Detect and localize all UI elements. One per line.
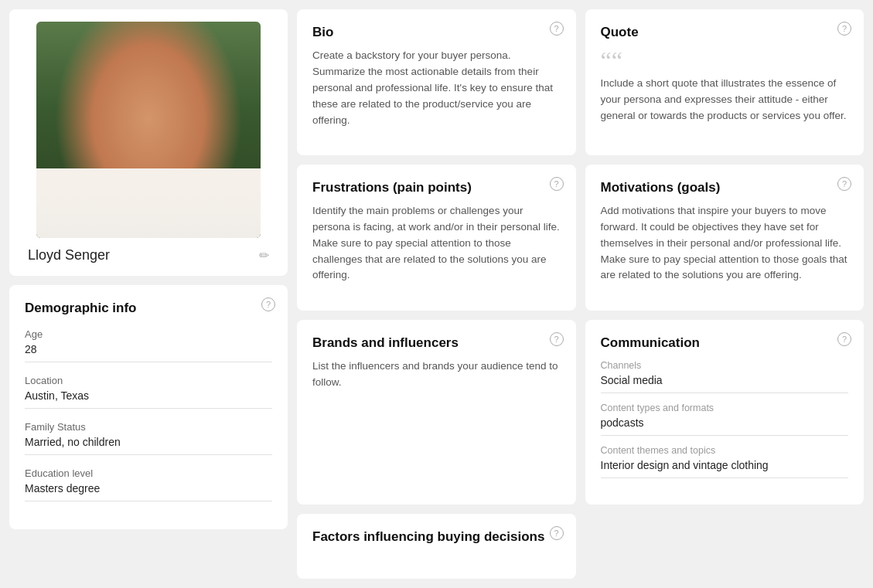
left-column: Lloyd Senger ✏ ? Demographic info Age 28… <box>9 9 288 579</box>
profile-name-row: Lloyd Senger ✏ <box>22 247 275 263</box>
demographic-title: Demographic info <box>25 301 272 316</box>
content-themes-value: Interior design and vintage clothing <box>601 459 849 478</box>
avatar-clothing <box>36 168 261 238</box>
age-value: 28 <box>25 343 272 362</box>
channels-value: Social media <box>601 374 849 393</box>
location-value: Austin, Texas <box>25 389 272 409</box>
avatar <box>36 22 261 238</box>
quote-title: Quote <box>601 25 849 40</box>
bio-hint-icon[interactable]: ? <box>550 22 564 36</box>
factors-hint-icon[interactable]: ? <box>550 526 564 540</box>
profile-name: Lloyd Senger <box>28 247 110 263</box>
profile-card: Lloyd Senger ✏ <box>9 9 288 276</box>
family-status-field: Family Status Married, no children <box>25 421 272 455</box>
age-field: Age 28 <box>25 328 272 362</box>
location-field: Location Austin, Texas <box>25 375 272 409</box>
education-label: Education level <box>25 467 272 479</box>
edit-icon[interactable]: ✏ <box>259 248 269 263</box>
education-value: Masters degree <box>25 482 272 501</box>
communication-hint-icon[interactable]: ? <box>837 332 851 346</box>
quote-body: Include a short quote that illustrates t… <box>601 76 849 124</box>
brands-body: List the influencers and brands your aud… <box>312 359 561 391</box>
brands-title: Brands and influencers <box>312 335 561 351</box>
brands-card: ? Brands and influencers List the influe… <box>297 320 576 505</box>
hint-icon[interactable]: ? <box>261 297 275 311</box>
location-label: Location <box>25 375 272 386</box>
frustrations-body: Identify the main problems or challenges… <box>312 203 561 284</box>
frustrations-card: ? Frustrations (pain points) Identify th… <box>297 165 576 311</box>
quote-mark: ““ <box>601 48 849 73</box>
communication-card: ? Communication Channels Social media Co… <box>585 320 864 505</box>
channels-label: Channels <box>601 360 849 371</box>
motivations-card: ? Motivations (goals) Add motivations th… <box>585 165 864 311</box>
frustrations-title: Frustrations (pain points) <box>312 180 561 195</box>
bio-body: Create a backstory for your buyer person… <box>312 48 561 129</box>
factors-title: Factors influencing buying decisions <box>312 529 561 545</box>
bio-card: ? Bio Create a backstory for your buyer … <box>297 9 576 155</box>
content-types-label: Content types and formats <box>601 403 849 413</box>
motivations-title: Motivations (goals) <box>601 180 849 195</box>
education-field: Education level Masters degree <box>25 467 272 501</box>
motivations-hint-icon[interactable]: ? <box>837 177 851 191</box>
motivations-body: Add motivations that inspire your buyers… <box>601 203 849 284</box>
right-column: ? Bio Create a backstory for your buyer … <box>297 9 864 579</box>
frustrations-hint-icon[interactable]: ? <box>550 177 564 191</box>
bio-title: Bio <box>312 25 561 40</box>
brands-hint-icon[interactable]: ? <box>550 332 564 346</box>
demographic-card: ? Demographic info Age 28 Location Austi… <box>9 285 288 529</box>
content-themes-label: Content themes and topics <box>601 445 849 456</box>
family-status-label: Family Status <box>25 421 272 433</box>
factors-card: ? Factors influencing buying decisions <box>297 514 576 579</box>
quote-card: ? Quote ““ Include a short quote that il… <box>585 9 864 155</box>
age-label: Age <box>25 328 272 340</box>
communication-title: Communication <box>601 335 849 351</box>
quote-hint-icon[interactable]: ? <box>837 22 851 36</box>
content-types-value: podcasts <box>601 416 849 436</box>
family-status-value: Married, no children <box>25 436 272 455</box>
